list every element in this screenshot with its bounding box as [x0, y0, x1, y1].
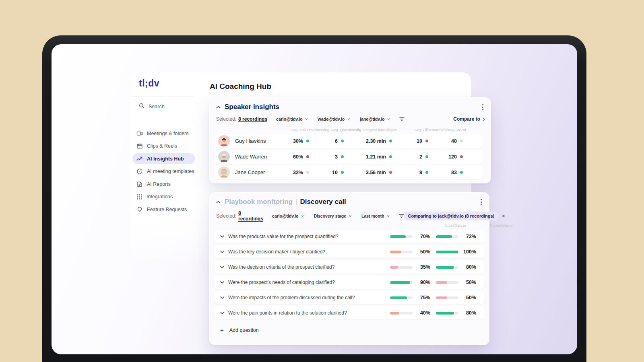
progress-cell: 80%	[436, 264, 476, 270]
chevron-down-icon[interactable]	[220, 312, 224, 314]
status-dot-green	[341, 171, 344, 174]
progress-percentage: 35%	[420, 264, 430, 270]
bars-group: 75%50%	[390, 295, 476, 300]
filter-chip[interactable]: Last month✕	[361, 214, 390, 218]
chevron-down-icon[interactable]	[220, 251, 224, 253]
close-icon[interactable]: ✕	[301, 214, 304, 218]
question-text: Was the key decision maker / buyer clari…	[228, 249, 325, 255]
progress-bar-fill	[436, 251, 458, 253]
metric-cell: 2.30 min	[344, 138, 392, 144]
laptop-frame: tl;dv Search Meetings & foldersClips & R…	[42, 35, 586, 362]
progress-bar-fill	[436, 296, 447, 299]
metric-value: 32%	[293, 170, 303, 175]
marketing-backdrop: tl;dv Search Meetings & foldersClips & R…	[0, 0, 644, 362]
chevron-down-icon[interactable]	[220, 235, 224, 238]
filter-chip[interactable]: wade@tldv.io✕	[318, 117, 351, 121]
progress-percentage: 75%	[420, 295, 430, 300]
divider	[131, 97, 194, 97]
chevron-down-icon[interactable]	[220, 281, 224, 284]
progress-cell: 72%	[436, 234, 476, 239]
close-icon[interactable]: ✕	[305, 117, 308, 121]
playbook-question-row[interactable]: Were the pain points in relation to the …	[215, 306, 484, 319]
filter-icon[interactable]	[399, 117, 405, 121]
chevron-down-icon[interactable]	[220, 296, 224, 299]
search-input[interactable]: Search	[139, 103, 165, 110]
card-title: Playbook monitoring|Discovery call	[225, 198, 346, 206]
speaker-name: Wade Warren	[235, 154, 267, 160]
metric-cell: 30%	[287, 138, 309, 144]
sidebar-item-clips-reels[interactable]: Clips & Reels	[132, 141, 195, 152]
sidebar-item-ai-reports[interactable]: AI Reports	[132, 179, 195, 189]
add-question-button[interactable]: + Add question	[220, 327, 259, 333]
metric-value: 8	[419, 170, 422, 175]
progress-percentage: 80%	[466, 310, 476, 316]
avatar	[218, 151, 230, 162]
speaker-table-row[interactable]: Wade Warren60%31.21 min2120	[215, 150, 483, 164]
progress-bar-track	[390, 251, 413, 253]
filter-icon[interactable]	[399, 214, 404, 218]
metric-cell: 40	[428, 138, 463, 144]
status-dot-green	[306, 140, 309, 142]
speaker-rows: Guy Hawkins30%62.30 min1040Wade Warren60…	[215, 134, 483, 181]
kebab-menu-icon[interactable]	[479, 197, 483, 206]
sidebar-item-ai-insights-hub[interactable]: AI Insights Hub	[132, 153, 195, 164]
speaker-table-row[interactable]: Guy Hawkins30%62.30 min1040	[215, 134, 483, 148]
selected-count-link[interactable]: 8 recordings	[238, 116, 267, 122]
collapse-chevron-up-icon[interactable]	[216, 106, 221, 109]
filter-chip[interactable]: jane@tldv.io✕	[360, 117, 390, 121]
speaker-table-row[interactable]: Jane Cooper32%103.56 min883	[215, 165, 483, 179]
playbook-question-row[interactable]: Was the key decision maker / buyer clari…	[215, 245, 484, 258]
speaker-card-header: Speaker insights	[216, 103, 485, 111]
sidebar-item-label: AI Reports	[147, 181, 171, 187]
chip-label: carlo@tldv.io	[276, 117, 302, 121]
speaker-filter-row: Selected: 8 recordings carlo@tldv.io✕wad…	[216, 116, 485, 122]
playbook-question-row[interactable]: Were the impacts of the problem discusse…	[215, 291, 484, 304]
selected-count-link[interactable]: 8 recordings	[238, 210, 263, 222]
metric-value: 40	[451, 138, 457, 144]
playbook-question-row[interactable]: Was the decision criteria of the prospec…	[215, 261, 484, 274]
sidebar-item-integrations[interactable]: Integrations	[132, 191, 195, 202]
sidebar-item-label: AI meeting templates	[147, 169, 194, 174]
compare-to-button[interactable]: Compare to	[453, 116, 485, 122]
progress-bar-track	[436, 296, 458, 299]
metric-value: 2	[419, 154, 422, 160]
sidebar-item-meetings-folders[interactable]: Meetings & folders	[132, 128, 195, 139]
filter-chip[interactable]: carlo@tldv.io✕	[272, 214, 304, 218]
sidebar-item-ai-meeting-templates[interactable]: AI meeting templates	[132, 166, 195, 177]
sidebar-item-label: Clips & Reels	[147, 143, 177, 149]
comparing-to-pill[interactable]: Comparing to jack@tldv.io (8 recordings)	[404, 212, 499, 220]
status-dot-green	[389, 155, 392, 158]
kebab-menu-icon[interactable]	[481, 103, 485, 111]
progress-percentage: 50%	[466, 280, 476, 285]
collapse-chevron-up-icon[interactable]	[216, 201, 221, 204]
column-header: Avg. Longest monologue	[355, 128, 397, 132]
question-text: Were the prospect's needs of cataloging …	[228, 280, 335, 285]
filter-chip[interactable]: Discovery stage✕	[314, 214, 352, 218]
speaker-name-cell: Jane Cooper	[215, 167, 287, 178]
speaker-insights-card: Speaker insights Selected: 8 recordings …	[209, 97, 491, 183]
progress-bar-fill	[390, 266, 398, 269]
progress-percentage: 72%	[466, 234, 476, 239]
progress-bar-fill	[390, 235, 406, 238]
metric-value: 60%	[293, 154, 303, 160]
filter-chip[interactable]: carlo@tldv.io✕	[276, 117, 308, 121]
sidebar-item-feature-requests[interactable]: Feature Requests	[132, 204, 195, 215]
close-icon[interactable]: ✕	[347, 117, 350, 121]
playbook-question-row[interactable]: Was the products value for the prospect …	[215, 230, 484, 243]
close-icon[interactable]: ✕	[387, 214, 390, 218]
playbook-question-row[interactable]: Were the prospect's needs of cataloging …	[215, 276, 484, 289]
avatar	[218, 135, 230, 147]
chevron-down-icon[interactable]	[220, 266, 224, 268]
metric-cell: 10	[309, 170, 344, 175]
close-icon[interactable]: ✕	[387, 117, 390, 121]
progress-bar-track	[390, 266, 413, 269]
progress-cell: 90%	[390, 280, 430, 285]
app-logo: tl;dv	[139, 78, 159, 89]
progress-bar-track	[390, 312, 413, 315]
playbook-column-headers: Jack@tldv.ioCarlo@tldv.io	[215, 223, 481, 228]
speaker-name-cell: Wade Warren	[215, 151, 287, 162]
progress-cell: 100%	[436, 249, 476, 255]
close-icon[interactable]: ✕	[349, 214, 352, 218]
metric-value: 3.56 min	[366, 170, 386, 175]
close-icon[interactable]: ✕	[502, 214, 505, 219]
